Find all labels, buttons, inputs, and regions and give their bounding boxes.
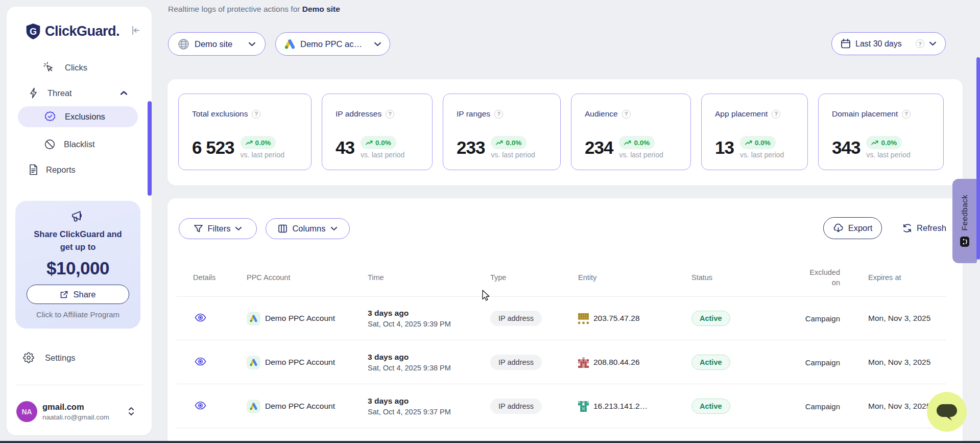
filters-button[interactable]: Filters xyxy=(179,218,257,239)
trend-value: 0.0% xyxy=(255,139,271,147)
sidebar-collapse-icon[interactable] xyxy=(130,25,141,36)
sidebar-item-label: Threat xyxy=(47,88,72,98)
affiliate-promo-card[interactable]: Share ClickGuard andget up to $10,000 Sh… xyxy=(15,201,140,329)
page-scrollbar[interactable] xyxy=(976,57,980,260)
sidebar-divider xyxy=(15,385,143,385)
site-selector[interactable]: Demo site xyxy=(168,32,266,56)
google-ads-icon xyxy=(247,356,260,369)
time-exact: Sat, Oct 4, 2025 9:38 PM xyxy=(368,364,490,372)
view-details-eye-icon[interactable] xyxy=(195,357,206,366)
trending-up-icon xyxy=(871,140,878,146)
user-email: naatali.ro@gmail.com xyxy=(42,413,109,421)
stat-card: IP ranges? 233 0.0% vs. last period xyxy=(443,94,561,170)
select-chevrons-icon xyxy=(128,406,135,416)
expires-at-value: Mon, Nov 3, 2025 xyxy=(868,314,963,323)
col-header-details: Details xyxy=(193,273,247,282)
view-details-eye-icon[interactable] xyxy=(195,313,206,322)
chevron-down-icon xyxy=(248,42,256,46)
help-icon[interactable]: ? xyxy=(494,110,503,119)
google-ads-icon xyxy=(284,38,296,50)
export-label: Export xyxy=(848,223,873,233)
calendar-icon xyxy=(841,38,851,49)
trend-badge: 0.0% xyxy=(740,136,776,149)
sidebar-item-reports[interactable]: Reports xyxy=(7,159,152,180)
ban-icon xyxy=(44,139,55,150)
stat-card-title: App placement xyxy=(715,109,768,119)
col-header-entity: Entity xyxy=(578,273,691,282)
feedback-smiley-icon xyxy=(959,236,970,247)
filters-label: Filters xyxy=(208,224,231,234)
stat-card: App placement? 13 0.0% vs. last period xyxy=(701,94,808,170)
table-header-row: Details PPC Account Time Type Entity Sta… xyxy=(168,262,963,293)
stat-card-value: 233 xyxy=(457,137,485,158)
stat-card-title: IP addresses xyxy=(336,109,381,119)
time-relative: 3 days ago xyxy=(368,309,490,318)
trend-value: 0.0% xyxy=(755,139,771,147)
chevron-up-icon[interactable] xyxy=(120,90,128,96)
trend-badge: 0.0% xyxy=(491,136,527,149)
chevron-down-icon xyxy=(330,226,338,231)
excluded-on-value: Campaign xyxy=(788,314,840,323)
feedback-tab[interactable]: Feedback xyxy=(952,179,977,263)
sidebar-item-label: Reports xyxy=(46,165,76,175)
ppc-account-selector[interactable]: Demo PPC ac… xyxy=(275,32,390,56)
sidebar-item-exclusions[interactable]: Exclusions xyxy=(7,106,152,127)
trend-period: vs. last period xyxy=(241,151,284,159)
status-badge: Active xyxy=(691,399,730,414)
help-icon[interactable]: ? xyxy=(772,110,780,119)
sidebar-item-threat[interactable]: Threat xyxy=(7,83,152,103)
entity-value: 203.75.47.28 xyxy=(593,314,640,323)
ppc-account-name: Demo PPC Account xyxy=(265,358,335,367)
chat-widget-button[interactable] xyxy=(927,392,967,432)
columns-label: Columns xyxy=(292,224,325,234)
sidebar-item-settings[interactable]: Settings xyxy=(23,352,76,363)
settings-label: Settings xyxy=(45,353,76,363)
sidebar: G ClickGuard. Clicks Threat xyxy=(7,7,152,435)
date-range-selector[interactable]: Last 30 days ? xyxy=(831,32,946,55)
type-chip: IP address xyxy=(490,399,542,414)
chevron-down-icon xyxy=(235,226,242,231)
trending-up-icon xyxy=(366,140,373,146)
export-button[interactable]: Export xyxy=(823,217,882,239)
help-icon[interactable]: ? xyxy=(916,39,924,48)
sidebar-item-clicks[interactable]: Clicks xyxy=(7,57,152,78)
logo-wordmark: ClickGuard. xyxy=(45,24,119,39)
columns-icon xyxy=(278,224,288,234)
gear-icon xyxy=(23,352,34,363)
columns-button[interactable]: Columns xyxy=(266,218,350,239)
stat-card-title: Audience xyxy=(585,109,618,119)
stat-card: Audience? 234 0.0% vs. last period xyxy=(571,94,691,170)
share-button[interactable]: Share xyxy=(27,285,129,304)
trending-up-icon xyxy=(246,140,253,146)
time-relative: 3 days ago xyxy=(368,353,490,362)
trend-badge: 0.0% xyxy=(241,136,276,149)
window-bottom-edge xyxy=(0,441,980,443)
date-range-value: Last 30 days xyxy=(855,39,902,49)
chevron-down-icon xyxy=(374,42,381,46)
time-exact: Sat, Oct 4, 2025 9:39 PM xyxy=(368,320,490,328)
help-icon[interactable]: ? xyxy=(386,110,394,119)
type-chip: IP address xyxy=(490,311,542,326)
entity-value: 16.213.141.2… xyxy=(593,402,648,411)
affiliate-link[interactable]: Click to Affiliate Program xyxy=(15,310,140,319)
col-header-type: Type xyxy=(490,273,578,282)
view-details-eye-icon[interactable] xyxy=(195,401,206,410)
time-relative: 3 days ago xyxy=(368,397,490,406)
user-account[interactable]: NA gmail.com naatali.ro@gmail.com xyxy=(16,401,109,422)
stats-panel: Total exclusions? 6 523 0.0% vs. last pe… xyxy=(168,79,963,185)
exclusions-table-panel: Filters Columns Export Refresh Details P… xyxy=(168,198,963,443)
help-icon[interactable]: ? xyxy=(622,110,631,119)
sidebar-scrollbar[interactable] xyxy=(148,101,152,196)
expires-at-value: Mon, Nov 3, 2025 xyxy=(868,358,963,367)
logo[interactable]: G ClickGuard. xyxy=(26,23,119,40)
ppc-account-name: Demo PPC Account xyxy=(265,402,335,411)
chevron-down-icon xyxy=(929,41,937,46)
refresh-button[interactable]: Refresh xyxy=(894,217,955,239)
help-icon[interactable]: ? xyxy=(902,110,911,119)
stat-card-value: 43 xyxy=(336,137,354,158)
stat-card-value: 6 523 xyxy=(192,137,234,158)
stat-card-value: 13 xyxy=(715,137,734,158)
help-icon[interactable]: ? xyxy=(252,110,260,119)
col-header-time: Time xyxy=(368,273,490,282)
sidebar-item-blacklist[interactable]: Blacklist xyxy=(7,134,152,154)
